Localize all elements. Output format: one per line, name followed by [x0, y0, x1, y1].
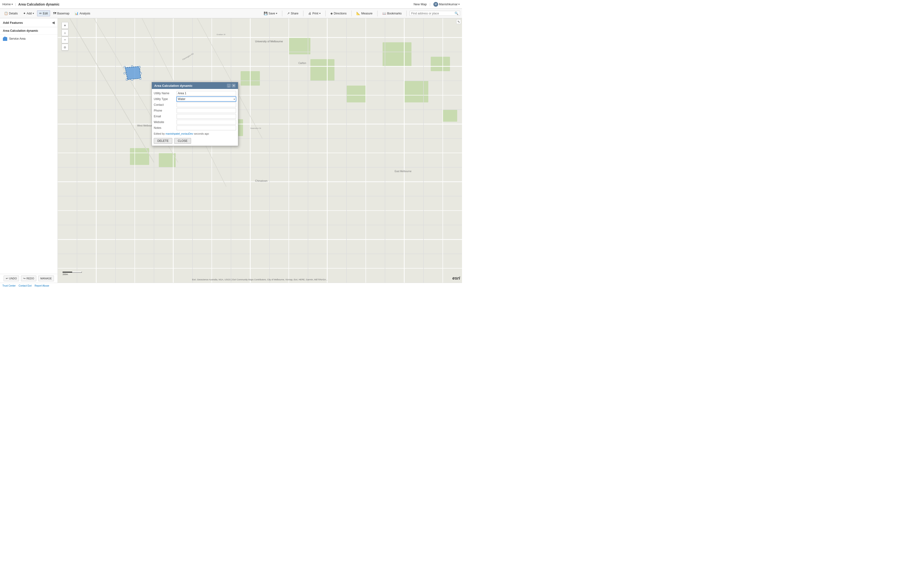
utility-type-arrow-icon: ▾ — [234, 98, 235, 100]
basemap-button[interactable]: 🗺 Basemap — [51, 10, 72, 16]
contact-value[interactable] — [177, 102, 236, 107]
details-button[interactable]: 📋 Details — [2, 10, 20, 16]
website-value[interactable] — [177, 120, 236, 124]
location-button[interactable]: ◎ — [61, 44, 68, 50]
phone-value[interactable] — [177, 108, 236, 113]
measure-label: Measure — [361, 12, 373, 15]
popup-dialog: Area Calculation dynamic _ ✕ Utility Nam… — [152, 82, 238, 146]
notes-label: Notes — [154, 126, 177, 130]
home-extent-button[interactable]: ⌂ — [61, 29, 68, 36]
manage-label: MANAGE — [40, 277, 52, 280]
svg-rect-65 — [124, 66, 125, 68]
undo-label: UNDO — [9, 277, 17, 280]
popup-close-button[interactable]: ✕ — [232, 84, 236, 87]
analysis-icon: 📊 — [74, 11, 78, 15]
analysis-button[interactable]: 📊 Analysis — [73, 10, 92, 16]
top-nav: Home ▾ | Area Calculation dynamic New Ma… — [0, 0, 462, 9]
popup-row-contact: Contact — [154, 102, 236, 107]
home-button[interactable]: Home ▾ — [2, 2, 13, 6]
save-icon: 💾 — [264, 11, 268, 15]
bookmarks-icon: 📖 — [382, 11, 386, 15]
search-box[interactable]: 🔍 — [410, 11, 460, 16]
save-label: Save — [268, 12, 275, 15]
redo-label: REDO — [26, 277, 34, 280]
svg-rect-67 — [140, 78, 141, 79]
user-avatar-icon: M — [433, 2, 438, 7]
map-container[interactable]: University of Melbourne Carlton West Mel… — [58, 18, 462, 283]
notes-value[interactable] — [177, 126, 236, 130]
measure-button[interactable]: 📐 Measure — [354, 11, 375, 16]
manage-button[interactable]: MANAGE — [38, 276, 54, 281]
bookmarks-button[interactable]: 📖 Bookmarks — [380, 11, 404, 16]
email-value[interactable] — [177, 114, 236, 119]
svg-marker-64 — [125, 66, 141, 80]
print-arrow-icon: ▾ — [319, 12, 320, 15]
zoom-out-button[interactable]: − — [61, 37, 68, 43]
share-button[interactable]: ↗ Share — [285, 11, 300, 16]
contact-esri-link[interactable]: Contact Esri — [19, 284, 32, 287]
utility-name-label: Utility Name — [154, 92, 177, 95]
svg-rect-8 — [404, 81, 428, 102]
new-map-button[interactable]: New Map — [414, 2, 427, 6]
zoom-in-button[interactable]: + — [61, 22, 68, 29]
utility-type-label: Utility Type — [154, 97, 177, 101]
sidebar: Add Features ◀ Area Calculation dynamic … — [0, 18, 58, 283]
separator3 — [325, 11, 326, 16]
directions-icon: ◈ — [330, 11, 333, 15]
svg-text:University of Melbourne: University of Melbourne — [255, 40, 283, 43]
utility-type-value: Water — [178, 97, 186, 101]
save-button[interactable]: 💾 Save ▾ — [262, 11, 279, 16]
directions-label: Directions — [334, 12, 347, 15]
undo-button[interactable]: ↩ UNDO — [3, 276, 19, 281]
directions-button[interactable]: ◈ Directions — [328, 11, 349, 16]
app-title: Area Calculation dynamic — [18, 2, 60, 6]
svg-rect-71 — [124, 73, 125, 74]
svg-rect-9 — [130, 148, 149, 165]
report-abuse-link[interactable]: Report Abuse — [35, 284, 49, 287]
edited-user-link[interactable]: manishpatel_esriauDev — [166, 132, 193, 135]
add-label: Add — [27, 12, 32, 15]
sidebar-bottom: ↩ UNDO ↪ REDO MANAGE — [0, 274, 58, 283]
svg-rect-7 — [383, 42, 412, 66]
popup-footer: DELETE CLOSE — [154, 137, 236, 144]
phone-label: Phone — [154, 109, 177, 112]
popup-header[interactable]: Area Calculation dynamic _ ✕ — [152, 82, 238, 89]
utility-type-select[interactable]: Water ▾ — [177, 97, 236, 102]
search-input[interactable] — [411, 12, 454, 15]
add-arrow-icon: ▾ — [33, 12, 34, 15]
main-area: Add Features ◀ Area Calculation dynamic … — [0, 18, 462, 283]
separator2 — [303, 11, 304, 16]
analysis-label: Analysis — [79, 12, 90, 15]
layer-label: Service Area — [9, 37, 26, 40]
sidebar-layer-item[interactable]: Service Area — [0, 35, 58, 43]
layer-icon — [3, 37, 7, 41]
separator5 — [377, 11, 378, 16]
user-menu-button[interactable]: M Manishkumar ▾ — [433, 2, 460, 7]
search-icon[interactable]: 🔍 — [454, 11, 459, 15]
home-arrow-icon: ▾ — [11, 3, 13, 5]
edit-label: Edit — [43, 12, 48, 15]
trust-center-link[interactable]: Trust Center — [2, 284, 16, 287]
svg-rect-5 — [347, 85, 366, 102]
sidebar-collapse-button[interactable]: ◀ — [52, 21, 55, 24]
close-button[interactable]: CLOSE — [174, 138, 191, 144]
delete-button[interactable]: DELETE — [154, 138, 172, 144]
svg-text:Grattan St: Grattan St — [216, 34, 226, 35]
popup-row-phone: Phone — [154, 108, 236, 113]
share-icon: ↗ — [287, 11, 290, 15]
home-label: Home — [2, 2, 11, 6]
redo-button[interactable]: ↪ REDO — [21, 276, 36, 281]
svg-rect-72 — [140, 73, 142, 74]
email-label: Email — [154, 115, 177, 118]
sidebar-layer-title: Area Calculation dynamic — [0, 27, 58, 35]
footer: Trust Center Contact Esri Report Abuse — [0, 283, 462, 288]
scale-line — [63, 272, 82, 272]
svg-rect-66 — [139, 66, 140, 68]
utility-name-value[interactable]: Area 1 — [177, 91, 236, 96]
map-expand-button[interactable]: ⤡ — [456, 19, 461, 24]
right-toolbar: 💾 Save ▾ ↗ Share 🖨 Print ▾ ◈ Directions … — [262, 11, 460, 16]
add-button[interactable]: ✦ Add ▾ — [21, 10, 36, 16]
popup-minimize-button[interactable]: _ — [227, 84, 231, 87]
print-button[interactable]: 🖨 Print ▾ — [306, 11, 322, 16]
edit-button[interactable]: ✏ Edit — [37, 10, 50, 16]
